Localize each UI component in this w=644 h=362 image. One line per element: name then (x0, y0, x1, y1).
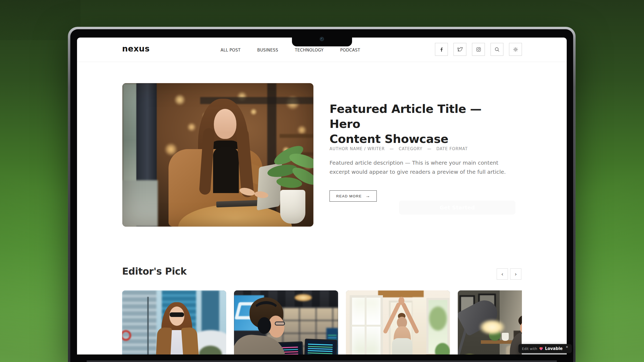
stage: nexus ALL POST BUSINESS TECHNOLOGY PODCA… (0, 0, 644, 362)
article-date: DATE FORMAT (436, 146, 468, 151)
hero-image-vignette (122, 83, 313, 227)
laptop-hinge (87, 360, 557, 362)
monitor-center-code (307, 342, 333, 354)
nav-item-podcast[interactable]: PODCAST (340, 48, 360, 53)
featured-article-image[interactable] (122, 83, 313, 227)
editors-pick-card-developer[interactable] (234, 290, 338, 354)
browser-screen: nexus ALL POST BUSINESS TECHNOLOGY PODCA… (77, 38, 567, 354)
search-icon (494, 47, 500, 52)
window-left-mullion (351, 325, 382, 327)
sun-icon (513, 47, 518, 52)
main-nav: ALL POST BUSINESS TECHNOLOGY PODCAST (221, 48, 360, 53)
yoga-tank-top (392, 338, 412, 354)
chevron-right-icon: › (515, 271, 517, 277)
arrow-right-icon: → (365, 193, 370, 199)
edit-with-lovable-badge[interactable]: Edit with Lovable ✕ (518, 344, 572, 353)
read-more-label: READ MORE (336, 194, 362, 198)
building-striped (122, 290, 156, 354)
carousel-next-button[interactable]: › (510, 268, 521, 280)
lamp-glow (479, 319, 505, 335)
meta-separator: — (427, 146, 431, 151)
yoga-hands (398, 297, 404, 305)
window-right-greenery (429, 306, 447, 331)
nav-item-business[interactable]: BUSINESS (257, 48, 278, 53)
laptop-mockup: nexus ALL POST BUSINESS TECHNOLOGY PODCA… (68, 27, 576, 362)
author-name[interactable]: AUTHOR NAME / WRITER (330, 146, 385, 151)
laptop-notch (292, 29, 352, 46)
carousel-prev-button[interactable]: ‹ (497, 268, 508, 280)
editors-pick-carousel (122, 290, 522, 354)
ceiling-light (295, 294, 312, 301)
theme-toggle-button[interactable] (509, 43, 522, 56)
webcam-icon (320, 37, 324, 41)
header-divider (77, 62, 567, 62)
editors-pick-card-street-fashion[interactable] (122, 290, 226, 354)
sunglasses (170, 312, 184, 317)
header-icon-group (435, 43, 522, 56)
nav-item-technology[interactable]: TECHNOLOGY (295, 48, 324, 53)
article-category[interactable]: CATEGORY (399, 146, 422, 151)
lovable-heart-icon (539, 347, 543, 351)
lamp-pole (147, 297, 149, 354)
title-line-2: Content Showcase (330, 132, 448, 146)
webcam-glint (321, 38, 322, 39)
editors-pick-heading: Editor's Pick (122, 266, 187, 277)
badge-close-icon[interactable]: ✕ (566, 345, 568, 349)
featured-article-title: Featured Article Title — Hero Content Sh… (330, 101, 501, 146)
read-more-button[interactable]: READ MORE → (330, 190, 377, 202)
glasses (275, 322, 285, 326)
site-logo[interactable]: nexus (122, 44, 150, 53)
ghost-button-label: Get Started (440, 204, 475, 211)
badge-prefix: Edit with (522, 347, 537, 351)
headphone-earcup (258, 317, 271, 334)
editors-pick-card-yoga[interactable] (346, 290, 450, 354)
headphone-band (253, 301, 279, 320)
twitter-button[interactable] (453, 43, 466, 56)
nav-item-all-post[interactable]: ALL POST (221, 48, 240, 53)
editors-pick-card-home-office[interactable] (458, 290, 522, 354)
badge-brand: Lovable (545, 346, 563, 351)
article-excerpt: Featured article description — This is w… (330, 158, 507, 176)
shelf-pot (502, 333, 509, 341)
meta-separator: — (390, 146, 394, 151)
chevron-left-icon: ‹ (501, 271, 503, 277)
instagram-icon (476, 47, 481, 52)
facebook-icon (439, 47, 444, 52)
article-meta: AUTHOR NAME / WRITER — CATEGORY — DATE F… (330, 146, 468, 151)
instagram-button[interactable] (472, 43, 485, 56)
facebook-button[interactable] (435, 43, 448, 56)
title-line-1: Featured Article Title — Hero (330, 102, 482, 131)
twitter-icon (457, 47, 463, 52)
ghost-get-started-button[interactable]: Get Started (399, 201, 515, 215)
search-button[interactable] (491, 43, 503, 56)
wood-ceiling (378, 290, 424, 297)
